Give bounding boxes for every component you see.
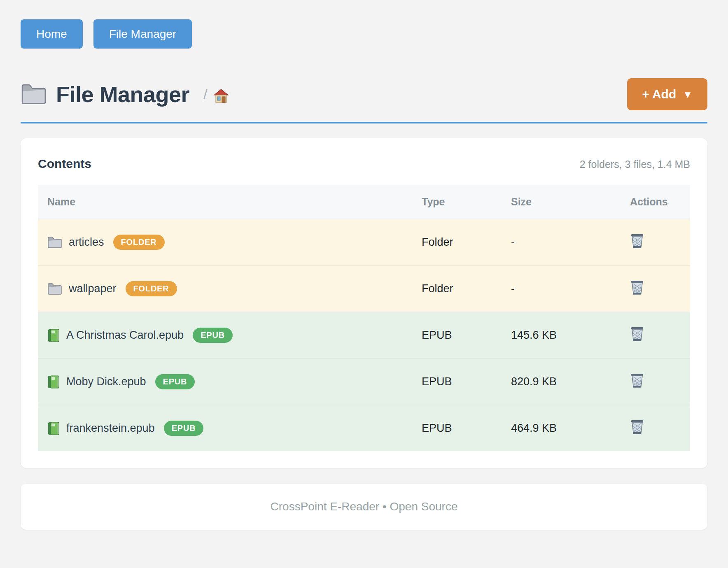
type-value: Folder (422, 282, 511, 295)
file-manager-page: Home File Manager File Manager / + Add ▼… (0, 0, 728, 530)
caret-down-icon: ▼ (683, 89, 693, 100)
house-icon[interactable] (213, 88, 229, 104)
file-name-link[interactable]: frankenstein.epub (66, 422, 155, 435)
trash-icon (630, 419, 644, 435)
trash-icon (630, 233, 644, 249)
page-header: File Manager / + Add ▼ (21, 78, 707, 110)
trash-icon (630, 326, 644, 342)
size-value: - (511, 282, 630, 295)
column-header-size: Size (511, 196, 630, 208)
title-divider (21, 122, 707, 123)
table-row[interactable]: frankenstein.epub EPUB EPUB 464.9 KB (38, 405, 690, 451)
size-value: 145.6 KB (511, 329, 630, 342)
epub-badge: EPUB (155, 374, 195, 389)
size-value: - (511, 236, 630, 249)
delete-button[interactable] (630, 326, 644, 342)
table-row[interactable]: Moby Dick.epub EPUB EPUB 820.9 KB (38, 358, 690, 405)
table-header-row: Name Type Size Actions (38, 185, 690, 219)
contents-title: Contents (38, 157, 91, 171)
home-button[interactable]: Home (21, 19, 83, 49)
delete-button[interactable] (630, 419, 644, 435)
folder-icon (21, 83, 47, 106)
type-value: Folder (422, 236, 511, 249)
column-header-name: Name (38, 196, 422, 208)
folder-badge: FOLDER (113, 235, 165, 250)
trash-icon (630, 372, 644, 389)
footer-text: CrossPoint E-Reader • Open Source (271, 500, 458, 513)
book-icon (47, 328, 60, 342)
table-row[interactable]: wallpaper FOLDER Folder - (38, 265, 690, 312)
delete-button[interactable] (630, 233, 644, 249)
folder-icon (47, 236, 62, 249)
folder-name-link[interactable]: articles (69, 236, 104, 249)
type-value: EPUB (422, 329, 511, 342)
type-value: EPUB (422, 375, 511, 388)
file-name-link[interactable]: Moby Dick.epub (66, 375, 146, 388)
file-manager-button[interactable]: File Manager (93, 19, 192, 49)
file-name-link[interactable]: A Christmas Carol.epub (66, 329, 184, 342)
size-value: 820.9 KB (511, 375, 630, 388)
epub-badge: EPUB (164, 421, 204, 436)
book-icon (47, 421, 60, 435)
contents-summary: 2 folders, 3 files, 1.4 MB (580, 158, 690, 170)
table-row[interactable]: A Christmas Carol.epub EPUB EPUB 145.6 K… (38, 312, 690, 358)
column-header-actions: Actions (630, 196, 690, 208)
table-row[interactable]: articles FOLDER Folder - (38, 219, 690, 265)
footer: CrossPoint E-Reader • Open Source (21, 484, 707, 530)
add-button[interactable]: + Add ▼ (627, 78, 707, 110)
folder-icon (47, 282, 62, 296)
size-value: 464.9 KB (511, 422, 630, 435)
folder-badge: FOLDER (126, 281, 177, 296)
column-header-type: Type (422, 196, 511, 208)
type-value: EPUB (422, 422, 511, 435)
delete-button[interactable] (630, 279, 644, 296)
book-icon (47, 375, 60, 389)
folder-name-link[interactable]: wallpaper (69, 282, 117, 295)
trash-icon (630, 279, 644, 296)
top-nav: Home File Manager (21, 19, 707, 49)
delete-button[interactable] (630, 372, 644, 389)
contents-card: Contents 2 folders, 3 files, 1.4 MB Name… (21, 138, 707, 468)
add-button-label: + Add (642, 87, 676, 101)
epub-badge: EPUB (193, 328, 233, 343)
page-title: File Manager (56, 81, 189, 107)
file-table: Name Type Size Actions articles FOLDER F… (38, 185, 690, 451)
breadcrumb-separator: / (203, 86, 207, 102)
